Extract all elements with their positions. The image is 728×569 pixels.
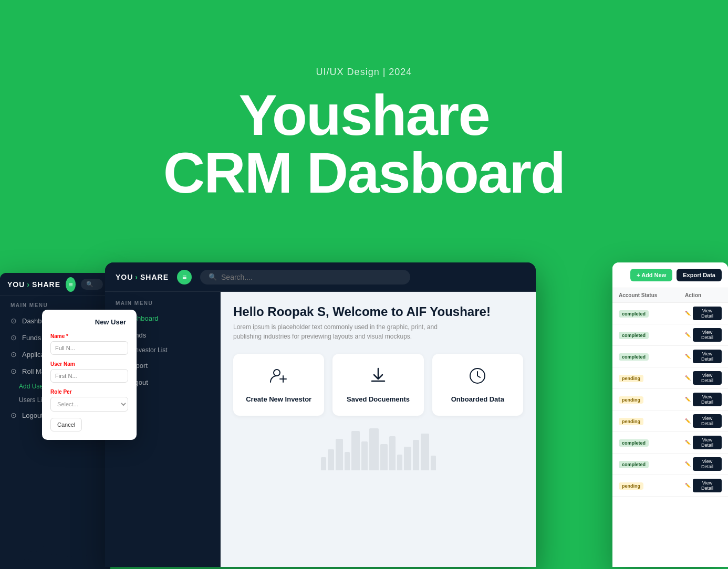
- account-status-badge: pending: [619, 396, 643, 404]
- roll-man-icon: ⊙: [11, 367, 17, 375]
- table-row: pending ✏️ View Detail: [612, 410, 728, 432]
- col-action: Action: [685, 292, 722, 298]
- action-cell: ✏️ View Detail: [685, 328, 722, 342]
- role-select[interactable]: Select...: [50, 397, 128, 412]
- name-input[interactable]: [50, 341, 128, 355]
- view-detail-button[interactable]: View Detail: [693, 328, 722, 342]
- create-investor-card[interactable]: Create New Investor: [233, 354, 324, 416]
- status-badge: completed: [619, 332, 683, 338]
- left-search-bar[interactable]: 🔍: [81, 279, 103, 290]
- status-badge: pending: [619, 375, 683, 381]
- account-status-badge: completed: [619, 353, 649, 361]
- status-badge: pending: [619, 483, 683, 489]
- account-status-badge: pending: [619, 482, 643, 490]
- right-panel-header: + Add New Export Data: [612, 262, 728, 288]
- main-section-label: MAIN MENU: [105, 300, 220, 306]
- status-badge: pending: [619, 397, 683, 403]
- form-title: New User: [50, 318, 128, 326]
- onboarded-data-icon: [468, 366, 487, 389]
- status-badge: completed: [619, 311, 683, 317]
- dashboard-icon: ⊙: [11, 317, 17, 325]
- add-new-button[interactable]: + Add New: [630, 269, 672, 281]
- onboarded-data-card[interactable]: Onboarded Data: [432, 354, 523, 416]
- applications-icon: ⊙: [11, 350, 17, 359]
- account-status-badge: completed: [619, 310, 649, 318]
- edit-icon: ✏️: [685, 418, 691, 424]
- edit-icon: ✏️: [685, 440, 691, 445]
- edit-icon: ✏️: [685, 311, 691, 316]
- action-cell: ✏️ View Detail: [685, 457, 722, 471]
- main-dashboard-window: YOU›SHARE 🔍 MAIN MENU Dashboard ⊙ Funds: [105, 262, 536, 567]
- hero-subtitle: UI/UX Design | 2024: [316, 67, 412, 78]
- welcome-sub: Lorem ipsum is placeholder text commonly…: [233, 322, 443, 341]
- cancel-button[interactable]: Cancel: [50, 418, 82, 431]
- view-detail-button[interactable]: View Detail: [693, 350, 722, 363]
- hero-section: UI/UX Design | 2024 Youshare CRM Dasboar…: [0, 0, 728, 268]
- username-input[interactable]: [50, 369, 128, 383]
- funds-icon: ⊙: [11, 333, 17, 342]
- table-row: completed ✏️ View Detail: [612, 324, 728, 346]
- left-topbar: YOU›SHARE 🔍: [0, 273, 110, 296]
- view-detail-button[interactable]: View Detail: [693, 371, 722, 385]
- dashboard-area: YOU›SHARE 🔍 MAIN MENU ⊙ Dashboard ⊙ Fund…: [0, 257, 728, 569]
- view-detail-button[interactable]: View Detail: [693, 457, 722, 471]
- status-badge: completed: [619, 461, 683, 467]
- export-data-button[interactable]: Export Data: [677, 269, 722, 281]
- onboarded-data-label: Onboarded Data: [451, 395, 504, 403]
- view-detail-button[interactable]: View Detail: [693, 479, 722, 492]
- action-cell: ✏️ View Detail: [685, 371, 722, 385]
- saved-docs-label: Saved Docuements: [347, 395, 410, 403]
- action-cards: Create New Investor Saved Docuements: [233, 354, 523, 416]
- action-cell: ✏️ View Detail: [685, 414, 722, 428]
- action-cell: ✏️ View Detail: [685, 479, 722, 492]
- left-logo: YOU›SHARE: [7, 280, 60, 289]
- form-field-name: Name *: [50, 333, 128, 355]
- create-investor-label: Create New Investor: [246, 395, 311, 403]
- account-status-badge: completed: [619, 461, 649, 468]
- action-cell: ✏️ View Detail: [685, 350, 722, 363]
- edit-icon: ✏️: [685, 483, 691, 488]
- table-row: pending ✏️ View Detail: [612, 389, 728, 410]
- saved-docs-icon: [369, 366, 388, 389]
- logout-icon: ⊙: [11, 411, 17, 419]
- account-status-badge: pending: [619, 375, 643, 382]
- edit-icon: ✏️: [685, 461, 691, 467]
- sidebar-label-funds: Funds: [22, 334, 41, 342]
- edit-icon: ✏️: [685, 332, 691, 338]
- welcome-heading: Hello Roopak S, Welcome to AIF Youshare!: [233, 304, 523, 319]
- view-detail-button[interactable]: View Detail: [693, 436, 722, 449]
- main-search-bar[interactable]: 🔍: [200, 270, 410, 284]
- view-detail-button[interactable]: View Detail: [693, 414, 722, 428]
- edit-icon: ✏️: [685, 354, 691, 359]
- view-detail-button[interactable]: View Detail: [693, 393, 722, 406]
- main-search-input[interactable]: [221, 273, 402, 281]
- role-label: Role Per: [50, 389, 128, 395]
- table-row: completed ✏️ View Detail: [612, 454, 728, 475]
- main-logo: YOU›SHARE: [116, 273, 169, 281]
- username-label: User Nam: [50, 361, 128, 367]
- table-rows-container: completed ✏️ View Detail completed ✏️ Vi…: [612, 303, 728, 497]
- form-field-username: User Nam: [50, 361, 128, 383]
- account-status-badge: pending: [619, 418, 643, 425]
- view-detail-button[interactable]: View Detail: [693, 307, 722, 320]
- table-header: Account Status Action: [612, 288, 728, 303]
- col-account-status: Account Status: [619, 292, 681, 298]
- table-row: pending ✏️ View Detail: [612, 475, 728, 497]
- status-badge: pending: [619, 418, 683, 424]
- table-row: pending ✏️ View Detail: [612, 367, 728, 389]
- main-body: Hello Roopak S, Welcome to AIF Youshare!…: [221, 292, 536, 567]
- saved-docs-card[interactable]: Saved Docuements: [332, 354, 423, 416]
- main-topbar: YOU›SHARE 🔍: [105, 262, 536, 292]
- edit-icon: ✏️: [685, 375, 691, 381]
- svg-point-0: [274, 370, 280, 376]
- city-skyline: [0, 535, 110, 569]
- investor-list-label: Investor List: [133, 346, 168, 354]
- status-badge: completed: [619, 354, 683, 360]
- main-menu-toggle[interactable]: [177, 270, 192, 284]
- left-section-label: MAIN MENU: [0, 302, 110, 308]
- left-menu-toggle[interactable]: [66, 277, 76, 292]
- main-content: MAIN MENU Dashboard ⊙ Funds ⊙ Investor L…: [105, 292, 536, 567]
- create-investor-icon: [269, 366, 288, 389]
- table-row: completed ✏️ View Detail: [612, 346, 728, 367]
- new-user-form: New User Name * User Nam Role Per Select…: [42, 310, 137, 440]
